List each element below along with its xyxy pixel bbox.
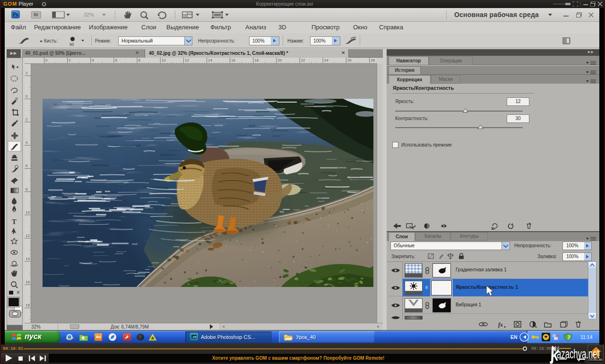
svg-text:28: 28 bbox=[371, 58, 375, 62]
svg-text:26: 26 bbox=[347, 58, 352, 62]
svg-text:4: 4 bbox=[92, 58, 94, 62]
svg-text:18: 18 bbox=[254, 58, 259, 62]
svg-text:6: 6 bbox=[26, 164, 28, 168]
svg-text:22: 22 bbox=[301, 58, 305, 62]
svg-text:2: 2 bbox=[69, 58, 71, 62]
svg-text:0: 0 bbox=[45, 58, 48, 62]
svg-text:14: 14 bbox=[208, 58, 212, 62]
svg-text:10: 10 bbox=[162, 58, 166, 62]
svg-text:2: 2 bbox=[26, 117, 28, 121]
svg-text:24: 24 bbox=[324, 58, 328, 62]
svg-text:fx: fx bbox=[498, 321, 503, 328]
svg-text:14: 14 bbox=[26, 257, 30, 261]
svg-text:16: 16 bbox=[231, 58, 235, 62]
svg-text:8: 8 bbox=[138, 58, 141, 62]
svg-text:18: 18 bbox=[26, 303, 30, 307]
svg-text:10: 10 bbox=[26, 210, 30, 215]
svg-text:2: 2 bbox=[26, 71, 28, 75]
svg-text:20: 20 bbox=[277, 58, 282, 62]
svg-text:6: 6 bbox=[115, 58, 117, 62]
svg-text:4: 4 bbox=[26, 140, 28, 145]
svg-text:T: T bbox=[12, 218, 17, 225]
svg-text:16: 16 bbox=[26, 280, 30, 284]
svg-text:12: 12 bbox=[26, 234, 30, 238]
svg-text:12: 12 bbox=[185, 58, 189, 62]
svg-text:8: 8 bbox=[26, 187, 28, 191]
svg-text:0: 0 bbox=[26, 94, 28, 98]
